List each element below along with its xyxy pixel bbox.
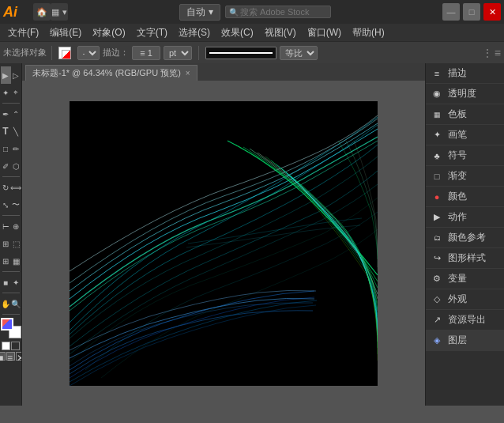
window-controls: — □ ✕ bbox=[442, 3, 501, 21]
appearance-panel-label: 外观 bbox=[448, 293, 467, 306]
fill-color-box[interactable] bbox=[2, 342, 10, 350]
scale-tool[interactable]: ⤡ bbox=[1, 196, 11, 213]
tab-title: 未标题-1* @ 64.34% (RGB/GPU 预览) bbox=[32, 67, 181, 79]
panel-item-color[interactable]: ● 颜色 bbox=[426, 187, 504, 207]
document-tab[interactable]: 未标题-1* @ 64.34% (RGB/GPU 预览) × bbox=[25, 65, 197, 81]
panel-item-color-ref[interactable]: 🗂 颜色参考 bbox=[426, 228, 504, 248]
search-bar[interactable]: 🔍 bbox=[225, 6, 331, 18]
blend-tool[interactable]: ⊕ bbox=[11, 217, 21, 235]
workspace-selector[interactable]: 自动 ▾ bbox=[179, 4, 220, 21]
curvature-tool[interactable]: ⌃ bbox=[11, 105, 21, 123]
panel-item-appearance[interactable]: ◇ 外观 bbox=[426, 289, 504, 310]
panel-item-actions[interactable]: ▶ 动作 bbox=[426, 207, 504, 228]
panel-item-stroke[interactable]: ≡ 描边 bbox=[426, 63, 504, 84]
color-type-buttons: ■ ≡ ✕ bbox=[0, 352, 22, 361]
asset-export-panel-icon: ↗ bbox=[431, 314, 443, 327]
tab-close-button[interactable]: × bbox=[186, 69, 190, 77]
stroke-width-input[interactable] bbox=[132, 46, 160, 60]
mesh-tool[interactable]: ⊞ bbox=[1, 252, 11, 270]
stroke-color-selector[interactable] bbox=[57, 45, 74, 61]
warp-tool[interactable]: 〜 bbox=[11, 196, 21, 213]
menubar: 文件(F) 编辑(E) 对象(O) 文字(T) 选择(S) 效果(C) 视图(V… bbox=[0, 24, 504, 41]
artboard bbox=[70, 101, 378, 386]
options-menu-icon[interactable]: ≡ bbox=[495, 47, 501, 59]
color-ref-panel-icon: 🗂 bbox=[431, 232, 443, 244]
width-tool[interactable]: ⊢ bbox=[1, 217, 11, 235]
variables-panel-icon: ⚙ bbox=[431, 273, 443, 285]
panel-item-asset-export[interactable]: ↗ 资源导出 bbox=[426, 310, 504, 330]
close-button[interactable]: ✕ bbox=[483, 3, 501, 21]
main-area: ▶ ▷ ✦ ⌖ ✒ ⌃ T ╲ □ ✏ ✐ ⬡ ↻ ⟺ bbox=[0, 63, 504, 406]
bar-chart-tool[interactable]: ▦ bbox=[11, 252, 21, 270]
magic-wand-tool[interactable]: ✦ bbox=[1, 84, 11, 101]
pen-tool[interactable]: ✒ bbox=[1, 105, 11, 123]
none-btn[interactable]: ✕ bbox=[16, 352, 22, 361]
panel-item-variables[interactable]: ⚙ 变量 bbox=[426, 269, 504, 289]
search-icon: 🔍 bbox=[229, 8, 239, 17]
actions-panel-label: 动作 bbox=[448, 210, 467, 224]
menu-help[interactable]: 帮助(H) bbox=[348, 24, 389, 41]
minimize-button[interactable]: — bbox=[442, 3, 460, 21]
envelope-tool[interactable]: ⊞ bbox=[1, 235, 11, 252]
maximize-button[interactable]: □ bbox=[463, 3, 480, 21]
text-tool[interactable]: T bbox=[1, 123, 11, 140]
menu-window[interactable]: 窗口(W) bbox=[303, 24, 346, 41]
color-panel-icon: ● bbox=[431, 191, 443, 203]
stroke-unit-select[interactable]: pt bbox=[164, 46, 192, 60]
line-tool[interactable]: ╲ bbox=[11, 123, 21, 140]
color-mode-buttons bbox=[2, 342, 20, 350]
panel-item-swatches[interactable]: ▦ 色板 bbox=[426, 104, 504, 125]
stroke-panel-icon: ≡ bbox=[431, 67, 443, 80]
stroke-align-select[interactable]: 等比 bbox=[280, 46, 318, 60]
menu-text[interactable]: 文字(T) bbox=[132, 24, 172, 41]
panel-item-gradient[interactable]: □ 渐变 bbox=[426, 166, 504, 187]
no-selection-label: 未选择对象 bbox=[3, 47, 47, 59]
right-panel: ≡ 描边 ◉ 透明度 ▦ 色板 ✦ 画笔 ♣ 符号 bbox=[425, 63, 504, 406]
gradient-panel-label: 渐变 bbox=[448, 169, 467, 183]
perspective-tool[interactable]: ⬚ bbox=[11, 235, 21, 252]
asset-export-panel-label: 资源导出 bbox=[448, 313, 486, 327]
eyedropper-tool[interactable]: ✦ bbox=[11, 274, 21, 291]
layout-icon[interactable]: ▦ ▾ bbox=[51, 3, 68, 21]
panel-item-transparency[interactable]: ◉ 透明度 bbox=[426, 84, 504, 104]
menu-view[interactable]: 视图(V) bbox=[260, 24, 301, 41]
select-tool[interactable]: ▶ bbox=[1, 66, 11, 84]
menu-edit[interactable]: 编辑(E) bbox=[45, 24, 86, 41]
layers-panel-icon: ◈ bbox=[431, 334, 443, 347]
gradient-panel-icon: □ bbox=[431, 170, 443, 183]
panel-item-symbols[interactable]: ♣ 符号 bbox=[426, 145, 504, 166]
gradient-tool[interactable]: ■ bbox=[1, 274, 11, 291]
menu-select[interactable]: 选择(S) bbox=[174, 24, 215, 41]
shaper-tool[interactable]: ⬡ bbox=[11, 157, 21, 175]
reflect-tool[interactable]: ⟺ bbox=[11, 179, 21, 196]
rotate-tool[interactable]: ↻ bbox=[1, 179, 11, 196]
layers-panel-label: 图层 bbox=[448, 334, 467, 347]
home-icon[interactable]: 🏠 bbox=[33, 3, 51, 21]
canvas-viewport[interactable] bbox=[22, 81, 425, 406]
menu-object[interactable]: 对象(O) bbox=[88, 24, 130, 41]
symbols-panel-icon: ♣ bbox=[431, 149, 443, 162]
stroke-type-select[interactable]: — bbox=[77, 46, 100, 60]
hand-tool[interactable]: ✋ bbox=[1, 295, 11, 312]
panel-item-graphic-styles[interactable]: ↪ 图形样式 bbox=[426, 248, 504, 269]
panel-item-layers[interactable]: ◈ 图层 bbox=[426, 330, 504, 351]
panel-item-brushes[interactable]: ✦ 画笔 bbox=[426, 125, 504, 145]
stroke-preview bbox=[205, 47, 276, 59]
gradient-btn[interactable]: ≡ bbox=[6, 352, 15, 361]
transparency-panel-icon: ◉ bbox=[431, 88, 443, 100]
stroke-label: 描边： bbox=[103, 47, 129, 59]
pencil-tool[interactable]: ✐ bbox=[1, 157, 11, 175]
appearance-panel-icon: ◇ bbox=[431, 293, 443, 306]
shape-tool[interactable]: □ bbox=[1, 140, 11, 157]
panel-toggle-icon[interactable]: ⋮ bbox=[482, 47, 493, 59]
lasso-tool[interactable]: ⌖ bbox=[11, 84, 21, 101]
paintbrush-tool[interactable]: ✏ bbox=[11, 140, 21, 157]
color-btn[interactable]: ■ bbox=[0, 352, 6, 361]
search-input[interactable] bbox=[240, 7, 327, 17]
zoom-tool[interactable]: 🔍 bbox=[11, 295, 21, 312]
direct-select-tool[interactable]: ▷ bbox=[11, 66, 21, 84]
fill-stroke-selector[interactable] bbox=[1, 318, 21, 338]
no-fill-box[interactable] bbox=[11, 342, 20, 350]
menu-file[interactable]: 文件(F) bbox=[3, 24, 43, 41]
menu-effect[interactable]: 效果(C) bbox=[216, 24, 258, 41]
